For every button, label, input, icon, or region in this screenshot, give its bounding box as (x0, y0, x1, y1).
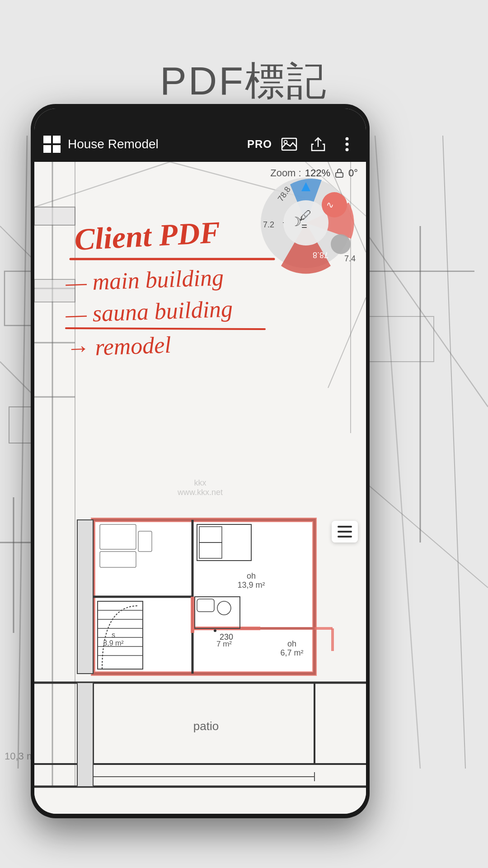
svg-rect-97 (77, 520, 93, 674)
svg-text:=: = (301, 221, 307, 232)
svg-line-11 (443, 136, 465, 769)
svg-point-19 (346, 137, 349, 141)
svg-text:oh: oh (247, 571, 256, 580)
svg-text:s: s (112, 631, 115, 639)
svg-line-10 (375, 136, 420, 769)
menu-line-2 (338, 531, 352, 533)
image-icon[interactable] (279, 134, 299, 154)
grid-icon[interactable] (43, 136, 61, 153)
svg-line-0 (18, 136, 27, 769)
phone-frame: House Remodel PRO (31, 104, 370, 818)
svg-point-41 (322, 192, 347, 217)
page-title: PDF標記 (0, 54, 488, 108)
svg-line-22 (34, 162, 170, 207)
tool-wheel[interactable]: 🖊 = ∿ ☽ 78.8 78.8 7.4 (254, 171, 358, 275)
svg-text:oh: oh (287, 639, 296, 648)
svg-point-21 (346, 148, 349, 151)
svg-rect-35 (336, 173, 343, 177)
svg-text:☽: ☽ (290, 215, 301, 229)
svg-rect-98 (77, 683, 93, 787)
floor-plan: oh 13,9 m² s 3,9 m² oh 6,7 m² 7 m² 230 p… (34, 506, 366, 814)
svg-rect-16 (366, 316, 434, 362)
svg-text:— sauna building: — sauna building (65, 296, 233, 327)
svg-text:Client PDF: Client PDF (74, 216, 221, 257)
lock-icon (334, 168, 345, 179)
content-area: Zoom : 122% 0° (34, 162, 366, 814)
toolbar-icons (279, 134, 357, 154)
menu-button[interactable] (332, 521, 358, 542)
svg-text:3,9 m²: 3,9 m² (103, 639, 124, 647)
zoom-value: 122% (305, 167, 330, 179)
svg-text:— main building: — main building (65, 264, 224, 296)
share-icon[interactable] (308, 134, 328, 154)
status-bar (34, 108, 366, 127)
svg-text:78.8: 78.8 (313, 250, 328, 259)
menu-line-1 (338, 526, 352, 528)
svg-text:13,9 m²: 13,9 m² (237, 580, 265, 590)
svg-text:6,7 m²: 6,7 m² (280, 648, 303, 657)
svg-text:7.2: 7.2 (263, 220, 274, 229)
menu-line-3 (338, 536, 352, 538)
zoom-label: Zoom : (270, 167, 301, 179)
svg-text:7.4: 7.4 (344, 254, 356, 263)
zoom-indicator: Zoom : 122% 0° (270, 167, 358, 179)
svg-point-44 (331, 234, 351, 254)
svg-text:∿: ∿ (326, 200, 334, 210)
phone-screen: House Remodel PRO (34, 108, 366, 814)
svg-point-20 (346, 143, 349, 146)
svg-text:→ remodel: → remodel (65, 332, 171, 361)
svg-point-85 (214, 629, 216, 632)
pro-badge: PRO (247, 138, 272, 151)
svg-text:patio: patio (193, 719, 219, 733)
svg-text:230: 230 (220, 632, 233, 642)
more-options-icon[interactable] (337, 134, 357, 154)
app-toolbar: House Remodel PRO (34, 127, 366, 162)
rotation-value: 0° (348, 167, 358, 179)
app-title: House Remodel (68, 137, 240, 151)
svg-line-53 (66, 328, 265, 329)
